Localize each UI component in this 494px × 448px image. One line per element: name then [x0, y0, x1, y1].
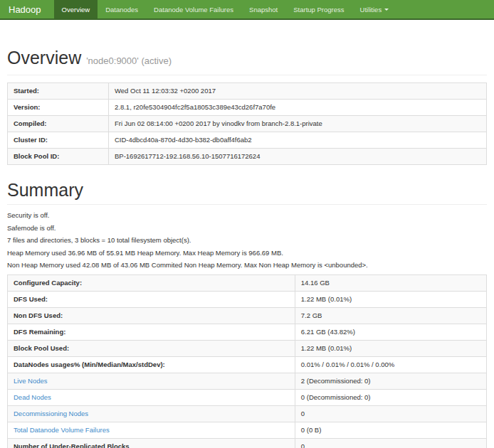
- table-row: Block Pool Used:1.22 MB (0.01%): [8, 340, 487, 356]
- row-label: Live Nodes: [8, 373, 295, 389]
- tab-utilities[interactable]: Utilities: [352, 0, 397, 18]
- table-row: Compiled:Fri Jun 02 08:14:00 +0200 2017 …: [8, 116, 487, 132]
- row-value: 0: [295, 438, 486, 448]
- total-datanode-volume-failures-link[interactable]: Total Datanode Volume Failures: [14, 426, 110, 434]
- tab-datanode-volume-failures[interactable]: Datanode Volume Failures: [146, 0, 241, 18]
- row-value: 14.16 GB: [295, 274, 486, 291]
- summary-table: Configured Capacity:14.16 GBDFS Used:1.2…: [7, 274, 487, 448]
- row-label: Started:: [8, 83, 109, 100]
- table-row: Started:Wed Oct 11 12:03:32 +0200 2017: [8, 83, 487, 100]
- table-row: Decommissioning Nodes0: [8, 405, 487, 422]
- tab-startup-progress[interactable]: Startup Progress: [285, 0, 352, 18]
- summary-status-text: Security is off.Safemode is off.7 files …: [7, 212, 487, 269]
- row-value: Fri Jun 02 08:14:00 +0200 2017 by vinodk…: [109, 116, 487, 132]
- summary-paragraph: Non Heap Memory used 42.08 MB of 43.06 M…: [7, 262, 487, 269]
- summary-paragraph: Security is off.: [7, 212, 487, 219]
- summary-paragraph: Safemode is off.: [7, 225, 487, 232]
- row-value: 2.8.1, r20fe5304904fc2f5a18053c389e43cd2…: [109, 100, 487, 116]
- row-value: CID-4dbcd40a-870d-4d30-b382-db0aff4f6ab2: [109, 132, 487, 149]
- row-value: 7.2 GB: [295, 307, 486, 324]
- overview-heading: Overview 'node0:9000' (active): [7, 48, 487, 70]
- tab-overview[interactable]: Overview: [54, 0, 98, 18]
- chevron-down-icon: [384, 9, 389, 11]
- row-label: Total Datanode Volume Failures: [8, 422, 295, 438]
- summary-table-body: Configured Capacity:14.16 GBDFS Used:1.2…: [8, 274, 487, 448]
- hadoop-brand[interactable]: Hadoop: [0, 0, 50, 18]
- table-row: DFS Remaining:6.21 GB (43.82%): [8, 324, 487, 340]
- row-label: Block Pool ID:: [8, 149, 109, 165]
- row-label: Cluster ID:: [8, 132, 109, 149]
- namenode-info-table-body: Started:Wed Oct 11 12:03:32 +0200 2017Ve…: [8, 83, 487, 165]
- namenode-address-label: 'node0:9000' (active): [86, 55, 172, 66]
- navbar-tabs: OverviewDatanodesDatanode Volume Failure…: [54, 0, 397, 18]
- row-value: 1.22 MB (0.01%): [295, 291, 486, 307]
- table-row: Dead Nodes0 (Decommissioned: 0): [8, 389, 487, 405]
- table-row: Cluster ID:CID-4dbcd40a-870d-4d30-b382-d…: [8, 132, 487, 149]
- table-row: Version:2.8.1, r20fe5304904fc2f5a18053c3…: [8, 100, 487, 116]
- decommissioning-nodes-link[interactable]: Decommissioning Nodes: [14, 410, 88, 417]
- table-row: Configured Capacity:14.16 GB: [8, 274, 487, 291]
- row-value: 2 (Decommissioned: 0): [295, 373, 486, 389]
- summary-divider: [7, 204, 487, 205]
- row-label: Dead Nodes: [8, 389, 295, 405]
- table-row: DFS Used:1.22 MB (0.01%): [8, 291, 487, 307]
- namenode-info-table: Started:Wed Oct 11 12:03:32 +0200 2017Ve…: [7, 82, 487, 165]
- summary-heading: Summary: [7, 181, 487, 200]
- overview-title: Overview: [7, 48, 81, 68]
- row-value: 0: [295, 405, 486, 422]
- table-row: Block Pool ID:BP-1692617712-192.168.56.1…: [8, 149, 487, 165]
- row-label: Version:: [8, 100, 109, 116]
- live-nodes-link[interactable]: Live Nodes: [14, 377, 48, 385]
- page-content: Overview 'node0:9000' (active) Started:W…: [0, 48, 494, 448]
- top-navbar: Hadoop OverviewDatanodesDatanode Volume …: [0, 0, 494, 20]
- table-row: Number of Under-Replicated Blocks0: [8, 438, 487, 448]
- row-value: BP-1692617712-192.168.56.10-150771617262…: [109, 149, 487, 165]
- row-label: Non DFS Used:: [8, 307, 295, 324]
- row-label: DFS Used:: [8, 291, 295, 307]
- summary-paragraph: Heap Memory used 36.96 MB of 55.91 MB He…: [7, 250, 487, 257]
- row-label: Block Pool Used:: [8, 340, 295, 356]
- row-value: 1.22 MB (0.01%): [295, 340, 486, 356]
- row-label: DataNodes usages% (Min/Median/Max/stdDev…: [8, 356, 295, 373]
- row-label: Compiled:: [8, 116, 109, 132]
- row-value: 0 (Decommissioned: 0): [295, 389, 486, 405]
- row-value: 0.01% / 0.01% / 0.01% / 0.00%: [295, 356, 486, 373]
- table-row: Live Nodes2 (Decommissioned: 0): [8, 373, 487, 389]
- row-value: 6.21 GB (43.82%): [295, 324, 486, 340]
- row-label: Number of Under-Replicated Blocks: [8, 438, 295, 448]
- tab-datanodes[interactable]: Datanodes: [98, 0, 146, 18]
- row-value: 0 (0 B): [295, 422, 486, 438]
- row-label: Decommissioning Nodes: [8, 405, 295, 422]
- table-row: Non DFS Used:7.2 GB: [8, 307, 487, 324]
- overview-divider: [7, 75, 487, 75]
- dead-nodes-link[interactable]: Dead Nodes: [14, 393, 51, 401]
- summary-paragraph: 7 files and directories, 3 blocks = 10 t…: [7, 237, 487, 244]
- table-row: DataNodes usages% (Min/Median/Max/stdDev…: [8, 356, 487, 373]
- row-value: Wed Oct 11 12:03:32 +0200 2017: [109, 83, 487, 100]
- table-row: Total Datanode Volume Failures0 (0 B): [8, 422, 487, 438]
- tab-snapshot[interactable]: Snapshot: [241, 0, 285, 18]
- row-label: DFS Remaining:: [8, 324, 295, 340]
- row-label: Configured Capacity:: [8, 274, 295, 291]
